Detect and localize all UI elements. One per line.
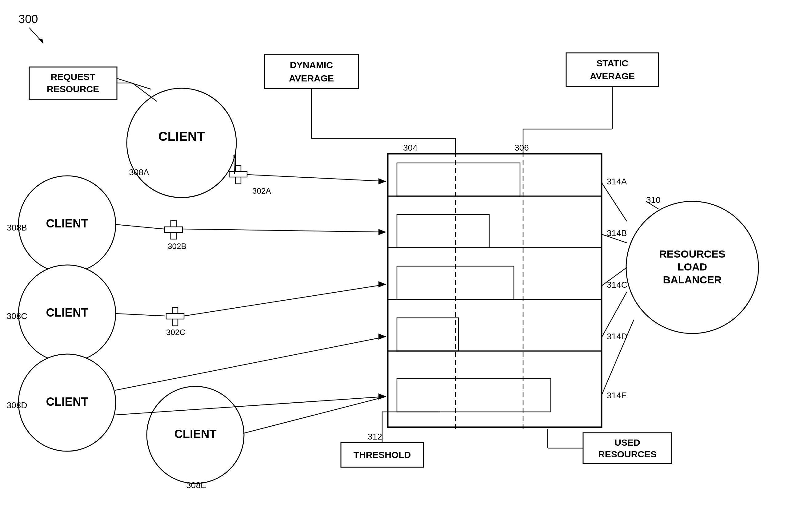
resources-load-balancer-label2: LOAD — [678, 261, 707, 273]
ref-308E: 308E — [186, 480, 206, 490]
svg-rect-7 — [166, 314, 184, 319]
svg-line-47 — [117, 78, 151, 89]
diagram: 300 REQUEST RESOURCE DYNAMIC AVERAGE STA… — [0, 0, 812, 505]
svg-marker-18 — [378, 178, 386, 184]
svg-line-27 — [115, 396, 386, 415]
ref-306: 306 — [514, 143, 529, 152]
svg-line-20 — [183, 229, 386, 232]
used-resources-label1: USED — [614, 438, 640, 448]
svg-marker-30 — [378, 393, 386, 399]
ref-312: 312 — [368, 432, 382, 442]
ref-314D: 314D — [607, 332, 627, 341]
svg-marker-26 — [378, 333, 386, 340]
svg-line-17 — [247, 175, 386, 181]
fig-number: 300 — [18, 13, 38, 25]
ref-314E: 314E — [607, 391, 627, 400]
ref-308C: 308C — [7, 311, 27, 321]
client-308D-label: CLIENT — [46, 395, 88, 408]
ref-308D: 308D — [7, 400, 27, 410]
static-average-label: STATIC — [596, 58, 628, 68]
threshold-label: THRESHOLD — [354, 450, 411, 460]
resources-load-balancer-label1: RESOURCES — [659, 248, 725, 260]
ref-302B: 302B — [168, 241, 187, 251]
client-308C-label: CLIENT — [46, 306, 88, 319]
used-resources-label2: RESOURCES — [598, 449, 657, 459]
ref-308A: 308A — [129, 168, 149, 177]
dynamic-average-label: DYNAMIC — [290, 60, 333, 70]
svg-rect-3 — [229, 172, 247, 177]
svg-line-19 — [115, 224, 164, 229]
client-308E-label: CLIENT — [174, 428, 216, 441]
client-308B-label: CLIENT — [46, 217, 88, 230]
svg-line-15 — [132, 83, 157, 102]
request-resource-label2: RESOURCE — [47, 84, 99, 94]
client-308A-label: CLIENT — [158, 129, 205, 144]
svg-line-29 — [243, 396, 386, 434]
svg-marker-24 — [378, 281, 386, 287]
svg-line-34 — [601, 292, 627, 337]
request-resource-label: REQUEST — [50, 71, 95, 82]
svg-marker-21 — [378, 229, 386, 235]
ref-310: 310 — [646, 195, 661, 205]
queue-314B — [397, 214, 489, 248]
queue-314A — [397, 163, 520, 196]
svg-line-31 — [601, 183, 627, 221]
dynamic-average-label2: AVERAGE — [289, 73, 334, 83]
resources-load-balancer-label3: BALANCER — [663, 274, 722, 286]
svg-line-23 — [184, 284, 386, 316]
ref-314C: 314C — [607, 280, 627, 290]
ref-314B: 314B — [607, 228, 627, 238]
ref-302A: 302A — [252, 186, 271, 195]
ref-302C: 302C — [166, 328, 185, 337]
queue-314E — [397, 379, 551, 412]
svg-marker-1 — [38, 39, 43, 43]
svg-line-35 — [601, 320, 634, 395]
svg-line-25 — [115, 337, 386, 390]
ref-308B: 308B — [7, 223, 27, 232]
queue-314D — [397, 318, 458, 351]
svg-rect-5 — [164, 227, 183, 232]
static-average-label2: AVERAGE — [590, 71, 635, 81]
svg-line-22 — [115, 314, 165, 316]
ref-314A: 314A — [607, 177, 627, 186]
ref-304: 304 — [403, 143, 418, 152]
